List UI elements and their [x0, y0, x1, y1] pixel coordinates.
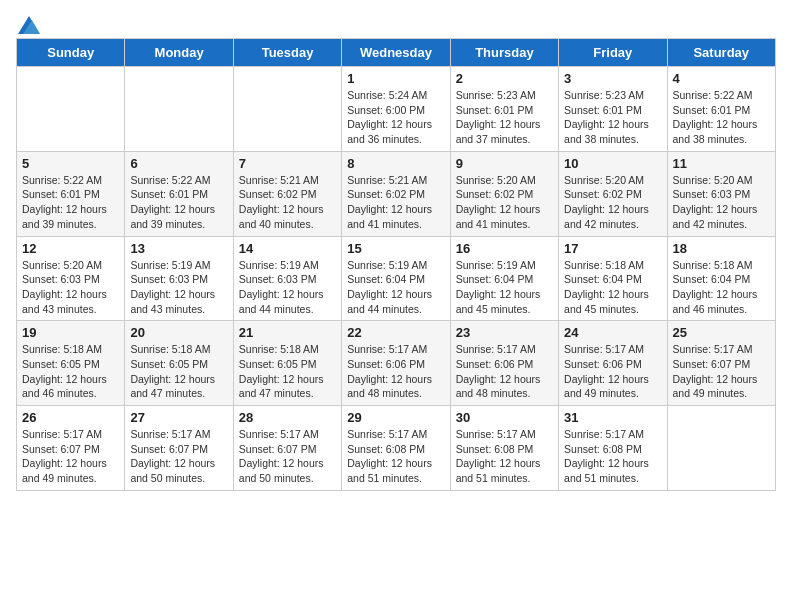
day-info: Sunrise: 5:22 AMSunset: 6:01 PMDaylight:… — [673, 88, 770, 147]
day-number: 17 — [564, 241, 661, 256]
day-info: Sunrise: 5:22 AMSunset: 6:01 PMDaylight:… — [22, 173, 119, 232]
day-info: Sunrise: 5:20 AMSunset: 6:02 PMDaylight:… — [564, 173, 661, 232]
day-info: Sunrise: 5:17 AMSunset: 6:06 PMDaylight:… — [564, 342, 661, 401]
day-number: 19 — [22, 325, 119, 340]
day-info: Sunrise: 5:17 AMSunset: 6:08 PMDaylight:… — [456, 427, 553, 486]
day-info: Sunrise: 5:23 AMSunset: 6:01 PMDaylight:… — [456, 88, 553, 147]
day-number: 5 — [22, 156, 119, 171]
day-number: 10 — [564, 156, 661, 171]
calendar-row: 19Sunrise: 5:18 AMSunset: 6:05 PMDayligh… — [17, 321, 776, 406]
calendar-day-cell: 31Sunrise: 5:17 AMSunset: 6:08 PMDayligh… — [559, 406, 667, 491]
day-info: Sunrise: 5:17 AMSunset: 6:07 PMDaylight:… — [673, 342, 770, 401]
weekday-header: Sunday — [17, 39, 125, 67]
day-info: Sunrise: 5:17 AMSunset: 6:06 PMDaylight:… — [347, 342, 444, 401]
day-number: 9 — [456, 156, 553, 171]
weekday-header: Thursday — [450, 39, 558, 67]
calendar-day-cell: 5Sunrise: 5:22 AMSunset: 6:01 PMDaylight… — [17, 151, 125, 236]
calendar-day-cell: 29Sunrise: 5:17 AMSunset: 6:08 PMDayligh… — [342, 406, 450, 491]
calendar-day-cell: 28Sunrise: 5:17 AMSunset: 6:07 PMDayligh… — [233, 406, 341, 491]
day-number: 1 — [347, 71, 444, 86]
day-info: Sunrise: 5:20 AMSunset: 6:03 PMDaylight:… — [22, 258, 119, 317]
day-number: 4 — [673, 71, 770, 86]
day-number: 31 — [564, 410, 661, 425]
day-info: Sunrise: 5:19 AMSunset: 6:04 PMDaylight:… — [347, 258, 444, 317]
day-info: Sunrise: 5:22 AMSunset: 6:01 PMDaylight:… — [130, 173, 227, 232]
calendar-day-cell: 17Sunrise: 5:18 AMSunset: 6:04 PMDayligh… — [559, 236, 667, 321]
calendar-row: 12Sunrise: 5:20 AMSunset: 6:03 PMDayligh… — [17, 236, 776, 321]
calendar-day-cell: 22Sunrise: 5:17 AMSunset: 6:06 PMDayligh… — [342, 321, 450, 406]
calendar-day-cell: 21Sunrise: 5:18 AMSunset: 6:05 PMDayligh… — [233, 321, 341, 406]
calendar-day-cell: 7Sunrise: 5:21 AMSunset: 6:02 PMDaylight… — [233, 151, 341, 236]
calendar-day-cell: 9Sunrise: 5:20 AMSunset: 6:02 PMDaylight… — [450, 151, 558, 236]
day-number: 6 — [130, 156, 227, 171]
calendar-day-cell: 2Sunrise: 5:23 AMSunset: 6:01 PMDaylight… — [450, 67, 558, 152]
day-number: 2 — [456, 71, 553, 86]
calendar-row: 5Sunrise: 5:22 AMSunset: 6:01 PMDaylight… — [17, 151, 776, 236]
calendar-day-cell: 10Sunrise: 5:20 AMSunset: 6:02 PMDayligh… — [559, 151, 667, 236]
day-info: Sunrise: 5:19 AMSunset: 6:04 PMDaylight:… — [456, 258, 553, 317]
day-number: 18 — [673, 241, 770, 256]
weekday-header: Monday — [125, 39, 233, 67]
day-number: 7 — [239, 156, 336, 171]
day-info: Sunrise: 5:19 AMSunset: 6:03 PMDaylight:… — [239, 258, 336, 317]
day-number: 21 — [239, 325, 336, 340]
calendar-header-row: SundayMondayTuesdayWednesdayThursdayFrid… — [17, 39, 776, 67]
day-number: 29 — [347, 410, 444, 425]
day-info: Sunrise: 5:18 AMSunset: 6:05 PMDaylight:… — [239, 342, 336, 401]
day-info: Sunrise: 5:17 AMSunset: 6:06 PMDaylight:… — [456, 342, 553, 401]
day-info: Sunrise: 5:18 AMSunset: 6:04 PMDaylight:… — [673, 258, 770, 317]
day-info: Sunrise: 5:17 AMSunset: 6:07 PMDaylight:… — [130, 427, 227, 486]
day-info: Sunrise: 5:17 AMSunset: 6:08 PMDaylight:… — [564, 427, 661, 486]
weekday-header: Friday — [559, 39, 667, 67]
day-number: 3 — [564, 71, 661, 86]
day-info: Sunrise: 5:21 AMSunset: 6:02 PMDaylight:… — [347, 173, 444, 232]
day-number: 13 — [130, 241, 227, 256]
day-info: Sunrise: 5:20 AMSunset: 6:02 PMDaylight:… — [456, 173, 553, 232]
day-info: Sunrise: 5:18 AMSunset: 6:05 PMDaylight:… — [22, 342, 119, 401]
day-number: 24 — [564, 325, 661, 340]
day-info: Sunrise: 5:21 AMSunset: 6:02 PMDaylight:… — [239, 173, 336, 232]
day-info: Sunrise: 5:17 AMSunset: 6:07 PMDaylight:… — [22, 427, 119, 486]
day-number: 26 — [22, 410, 119, 425]
empty-cell — [233, 67, 341, 152]
calendar-day-cell: 30Sunrise: 5:17 AMSunset: 6:08 PMDayligh… — [450, 406, 558, 491]
day-number: 30 — [456, 410, 553, 425]
calendar-day-cell: 23Sunrise: 5:17 AMSunset: 6:06 PMDayligh… — [450, 321, 558, 406]
empty-cell — [667, 406, 775, 491]
day-number: 8 — [347, 156, 444, 171]
calendar-day-cell: 12Sunrise: 5:20 AMSunset: 6:03 PMDayligh… — [17, 236, 125, 321]
calendar-day-cell: 4Sunrise: 5:22 AMSunset: 6:01 PMDaylight… — [667, 67, 775, 152]
day-number: 12 — [22, 241, 119, 256]
day-info: Sunrise: 5:24 AMSunset: 6:00 PMDaylight:… — [347, 88, 444, 147]
calendar-day-cell: 8Sunrise: 5:21 AMSunset: 6:02 PMDaylight… — [342, 151, 450, 236]
calendar-day-cell: 27Sunrise: 5:17 AMSunset: 6:07 PMDayligh… — [125, 406, 233, 491]
day-number: 14 — [239, 241, 336, 256]
day-number: 16 — [456, 241, 553, 256]
calendar-day-cell: 26Sunrise: 5:17 AMSunset: 6:07 PMDayligh… — [17, 406, 125, 491]
day-number: 22 — [347, 325, 444, 340]
calendar-day-cell: 18Sunrise: 5:18 AMSunset: 6:04 PMDayligh… — [667, 236, 775, 321]
calendar-day-cell: 15Sunrise: 5:19 AMSunset: 6:04 PMDayligh… — [342, 236, 450, 321]
day-number: 20 — [130, 325, 227, 340]
day-number: 25 — [673, 325, 770, 340]
calendar-day-cell: 1Sunrise: 5:24 AMSunset: 6:00 PMDaylight… — [342, 67, 450, 152]
calendar-day-cell: 6Sunrise: 5:22 AMSunset: 6:01 PMDaylight… — [125, 151, 233, 236]
day-number: 11 — [673, 156, 770, 171]
calendar-day-cell: 24Sunrise: 5:17 AMSunset: 6:06 PMDayligh… — [559, 321, 667, 406]
calendar-row: 1Sunrise: 5:24 AMSunset: 6:00 PMDaylight… — [17, 67, 776, 152]
day-info: Sunrise: 5:17 AMSunset: 6:07 PMDaylight:… — [239, 427, 336, 486]
day-info: Sunrise: 5:20 AMSunset: 6:03 PMDaylight:… — [673, 173, 770, 232]
calendar-table: SundayMondayTuesdayWednesdayThursdayFrid… — [16, 38, 776, 491]
weekday-header: Tuesday — [233, 39, 341, 67]
empty-cell — [125, 67, 233, 152]
day-info: Sunrise: 5:18 AMSunset: 6:05 PMDaylight:… — [130, 342, 227, 401]
day-info: Sunrise: 5:18 AMSunset: 6:04 PMDaylight:… — [564, 258, 661, 317]
day-info: Sunrise: 5:17 AMSunset: 6:08 PMDaylight:… — [347, 427, 444, 486]
calendar-day-cell: 19Sunrise: 5:18 AMSunset: 6:05 PMDayligh… — [17, 321, 125, 406]
calendar-day-cell: 13Sunrise: 5:19 AMSunset: 6:03 PMDayligh… — [125, 236, 233, 321]
calendar-row: 26Sunrise: 5:17 AMSunset: 6:07 PMDayligh… — [17, 406, 776, 491]
day-number: 28 — [239, 410, 336, 425]
calendar-day-cell: 25Sunrise: 5:17 AMSunset: 6:07 PMDayligh… — [667, 321, 775, 406]
calendar-day-cell: 3Sunrise: 5:23 AMSunset: 6:01 PMDaylight… — [559, 67, 667, 152]
logo-icon — [18, 16, 40, 34]
